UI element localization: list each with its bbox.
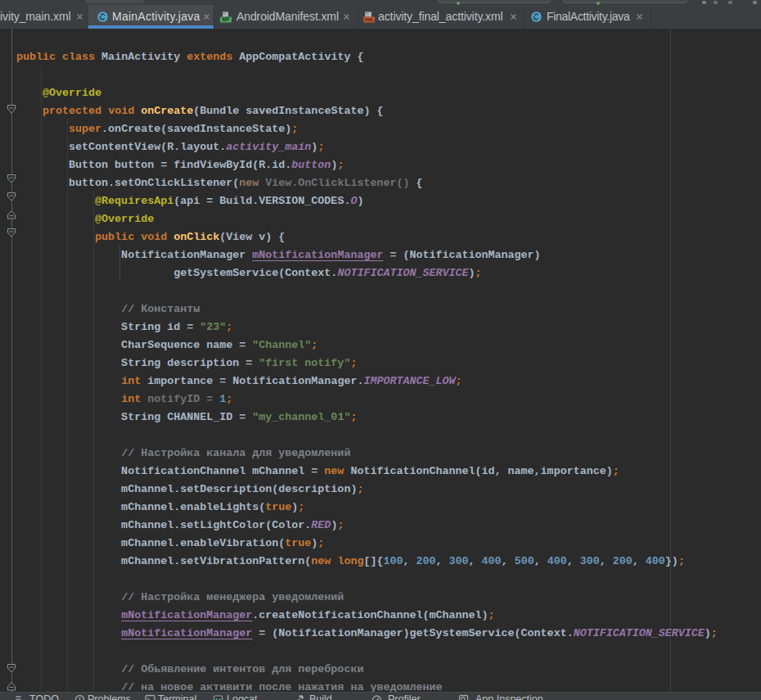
svg-text:XML: XML [363, 16, 374, 22]
svg-text:MF: MF [222, 16, 229, 22]
